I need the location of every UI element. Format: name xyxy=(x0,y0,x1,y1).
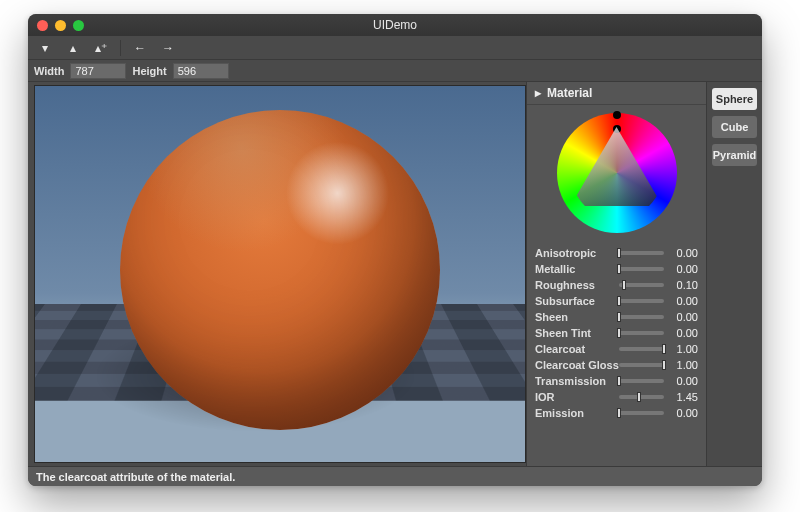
slider-value: 1.00 xyxy=(670,343,698,355)
toolbar-separator xyxy=(120,40,121,56)
slider-track[interactable] xyxy=(619,411,664,415)
slider-thumb[interactable] xyxy=(617,312,621,322)
nav-forward-button[interactable]: → xyxy=(157,39,179,57)
slider-track[interactable] xyxy=(619,363,664,367)
slider-track[interactable] xyxy=(619,315,664,319)
nav-back-button[interactable]: ← xyxy=(129,39,151,57)
collapse-all-button[interactable]: ▾ xyxy=(34,39,56,57)
slider-label: Anisotropic xyxy=(535,247,613,259)
chevron-up-plus-icon: ▴⁺ xyxy=(95,41,107,55)
dimensions-bar: Width Height xyxy=(28,60,762,82)
status-text: The clearcoat attribute of the material. xyxy=(36,471,235,483)
titlebar: UIDemo xyxy=(28,14,762,36)
height-label: Height xyxy=(132,65,166,77)
height-input[interactable] xyxy=(173,63,229,79)
shape-sphere-button[interactable]: Sphere xyxy=(712,88,757,110)
slider-thumb[interactable] xyxy=(617,264,621,274)
slider-value: 1.45 xyxy=(670,391,698,403)
slider-label: Clearcoat Gloss xyxy=(535,359,613,371)
slider-row: Anisotropic0.00 xyxy=(535,245,698,261)
slider-row: Sheen Tint0.00 xyxy=(535,325,698,341)
body: ▸ Material Anisotropic0.00Metallic0.00Ro… xyxy=(28,82,762,466)
app-window: UIDemo ▾ ▴ ▴⁺ ← → Width Height ▸ Materia… xyxy=(28,14,762,486)
slider-value: 0.00 xyxy=(670,327,698,339)
toolbar: ▾ ▴ ▴⁺ ← → xyxy=(28,36,762,60)
slider-label: Sheen Tint xyxy=(535,327,613,339)
hue-marker[interactable] xyxy=(613,111,621,119)
slider-track[interactable] xyxy=(619,331,664,335)
slider-value: 0.00 xyxy=(670,375,698,387)
width-label: Width xyxy=(34,65,64,77)
slider-label: IOR xyxy=(535,391,613,403)
slider-track[interactable] xyxy=(619,251,664,255)
slider-label: Clearcoat xyxy=(535,343,613,355)
panel-header[interactable]: ▸ Material xyxy=(527,82,706,105)
slider-label: Roughness xyxy=(535,279,613,291)
slider-value: 0.00 xyxy=(670,407,698,419)
slider-value: 0.00 xyxy=(670,247,698,259)
chevron-down-icon: ▾ xyxy=(42,41,48,55)
slider-track[interactable] xyxy=(619,299,664,303)
arrow-right-icon: → xyxy=(162,41,174,55)
slider-thumb[interactable] xyxy=(617,376,621,386)
slider-track[interactable] xyxy=(619,267,664,271)
slider-row: Clearcoat1.00 xyxy=(535,341,698,357)
slider-thumb[interactable] xyxy=(617,296,621,306)
slider-value: 0.00 xyxy=(670,295,698,307)
slider-thumb[interactable] xyxy=(617,408,621,418)
slider-thumb[interactable] xyxy=(637,392,641,402)
slider-value: 0.10 xyxy=(670,279,698,291)
shape-cube-button[interactable]: Cube xyxy=(712,116,757,138)
slider-thumb[interactable] xyxy=(662,344,666,354)
slider-row: Clearcoat Gloss1.00 xyxy=(535,357,698,373)
slider-row: Emission0.00 xyxy=(535,405,698,421)
slider-thumb[interactable] xyxy=(622,280,626,290)
width-input[interactable] xyxy=(70,63,126,79)
slider-track[interactable] xyxy=(619,347,664,351)
satval-marker[interactable] xyxy=(613,125,621,133)
slider-row: Sheen0.00 xyxy=(535,309,698,325)
expand-add-button[interactable]: ▴⁺ xyxy=(90,39,112,57)
slider-value: 0.00 xyxy=(670,311,698,323)
slider-row: IOR1.45 xyxy=(535,389,698,405)
slider-track[interactable] xyxy=(619,283,664,287)
slider-label: Subsurface xyxy=(535,295,613,307)
arrow-left-icon: ← xyxy=(134,41,146,55)
slider-row: Metallic0.00 xyxy=(535,261,698,277)
slider-label: Transmission xyxy=(535,375,613,387)
expand-all-button[interactable]: ▴ xyxy=(62,39,84,57)
slider-row: Roughness0.10 xyxy=(535,277,698,293)
slider-value: 0.00 xyxy=(670,263,698,275)
render-viewport[interactable] xyxy=(34,85,526,463)
shape-buttons: Sphere Cube Pyramid xyxy=(706,82,762,466)
slider-list: Anisotropic0.00Metallic0.00Roughness0.10… xyxy=(527,243,706,429)
slider-label: Metallic xyxy=(535,263,613,275)
material-panel: ▸ Material Anisotropic0.00Metallic0.00Ro… xyxy=(526,82,706,466)
slider-row: Subsurface0.00 xyxy=(535,293,698,309)
slider-label: Sheen xyxy=(535,311,613,323)
chevron-up-icon: ▴ xyxy=(70,41,76,55)
slider-thumb[interactable] xyxy=(617,248,621,258)
slider-row: Transmission0.00 xyxy=(535,373,698,389)
window-title: UIDemo xyxy=(28,18,762,32)
color-wheel[interactable] xyxy=(557,113,677,233)
slider-track[interactable] xyxy=(619,379,664,383)
slider-thumb[interactable] xyxy=(662,360,666,370)
panel-title: Material xyxy=(547,86,592,100)
rendered-sphere xyxy=(120,110,440,430)
slider-label: Emission xyxy=(535,407,613,419)
shape-pyramid-button[interactable]: Pyramid xyxy=(712,144,757,166)
slider-thumb[interactable] xyxy=(617,328,621,338)
slider-value: 1.00 xyxy=(670,359,698,371)
status-bar: The clearcoat attribute of the material. xyxy=(28,466,762,486)
disclosure-icon: ▸ xyxy=(535,86,541,100)
slider-track[interactable] xyxy=(619,395,664,399)
